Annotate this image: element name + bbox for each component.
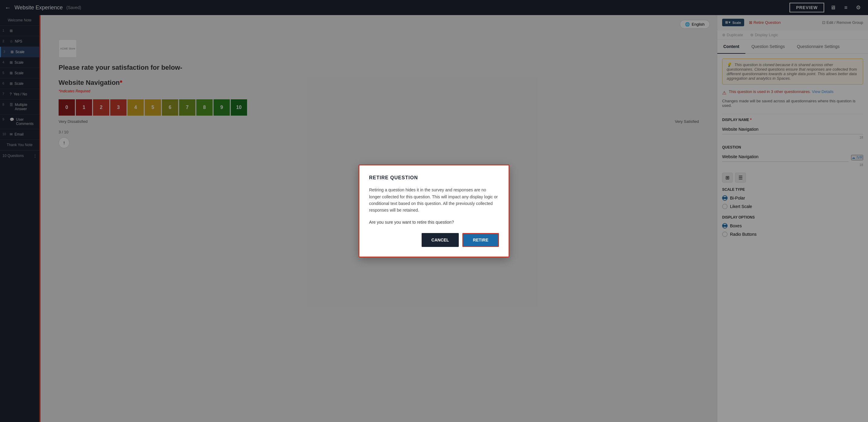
modal-question: Are you sure you want to retire this que… [369,220,499,225]
modal-actions: CANCEL RETIRE [369,233,499,247]
cancel-button[interactable]: CANCEL [422,233,459,247]
modal-title: RETIRE QUESTION [369,175,499,181]
retire-question-modal: RETIRE QUESTION Retiring a question hide… [359,164,509,258]
modal-body: Retiring a question hides it in the surv… [369,187,499,214]
retire-button[interactable]: RETIRE [462,233,499,247]
modal-overlay[interactable]: RETIRE QUESTION Retiring a question hide… [0,0,868,422]
